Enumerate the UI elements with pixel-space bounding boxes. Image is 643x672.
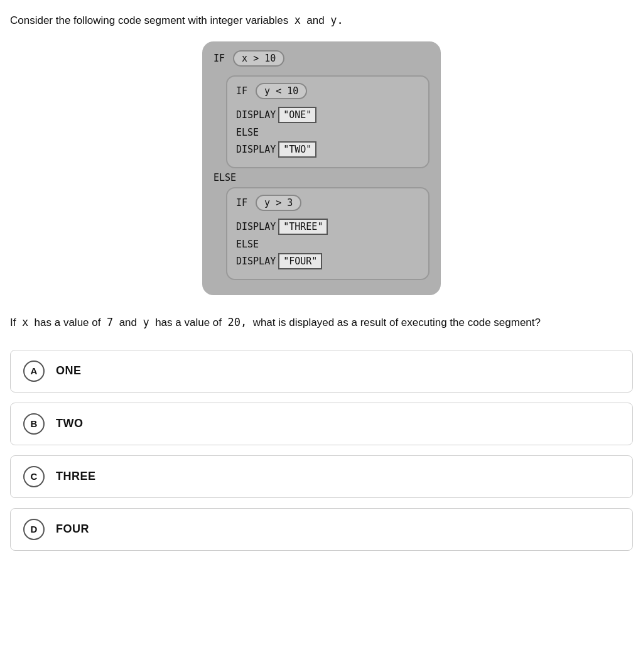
display2-keyword: DISPLAY <box>236 144 276 155</box>
q-val-y: 20, <box>227 316 247 328</box>
question-text: If x has a value of 7 and y has a value … <box>10 314 633 331</box>
display3-keyword: DISPLAY <box>236 221 276 232</box>
inner-block-2: IF y > 3 DISPLAY "THREE" ELSE DISPLAY "F… <box>226 187 430 280</box>
inner-condition-1: y < 10 <box>256 83 307 99</box>
q-var-x: x <box>22 316 28 328</box>
display4-keyword: DISPLAY <box>236 256 276 267</box>
option-circle-b: B <box>23 413 45 435</box>
display-two-row: DISPLAY "TWO" <box>236 141 419 158</box>
intro-var-y: y. <box>330 14 343 26</box>
option-circle-a: A <box>23 360 45 382</box>
outer-if-line: IF x > 10 <box>213 50 430 70</box>
inner-if2-line: IF y > 3 <box>236 195 419 215</box>
display-four-row: DISPLAY "FOUR" <box>236 253 419 269</box>
intro-var-x: x <box>294 14 301 26</box>
outer-block: IF x > 10 IF y < 10 DISPLAY "ONE" ELSE D… <box>202 41 441 295</box>
code-diagram: IF x > 10 IF y < 10 DISPLAY "ONE" ELSE D… <box>10 41 633 295</box>
display-one-row: DISPLAY "ONE" <box>236 107 419 123</box>
else2-label: ELSE <box>236 239 419 250</box>
option-row-b[interactable]: BTWO <box>10 403 633 445</box>
options-container: AONEBTWOCTHREEDFOUR <box>10 350 633 551</box>
display-three-row: DISPLAY "THREE" <box>236 219 419 235</box>
option-circle-d: D <box>23 519 45 540</box>
outer-condition: x > 10 <box>233 50 284 67</box>
display1-value: "ONE" <box>278 107 316 123</box>
q-has-value-1: has a value of <box>35 317 101 328</box>
option-label-b: TWO <box>56 417 84 430</box>
display2-value: "TWO" <box>278 141 316 158</box>
option-row-c[interactable]: CTHREE <box>10 455 633 498</box>
intro-prefix: Consider the following code segment with… <box>10 14 288 26</box>
intro-text: Consider the following code segment with… <box>10 13 633 29</box>
inner-if2-keyword: IF <box>236 197 247 209</box>
option-label-a: ONE <box>56 364 82 377</box>
option-row-a[interactable]: AONE <box>10 350 633 393</box>
q-var-y: y <box>143 316 149 328</box>
option-circle-c: C <box>23 466 45 487</box>
display1-keyword: DISPLAY <box>236 109 276 121</box>
option-row-d[interactable]: DFOUR <box>10 508 633 551</box>
outer-if-keyword: IF <box>213 53 225 64</box>
inner-condition-2: y > 3 <box>256 195 301 211</box>
inner-if1-line: IF y < 10 <box>236 83 419 103</box>
inner-if1-keyword: IF <box>236 85 247 97</box>
option-label-c: THREE <box>56 470 96 483</box>
intro-and: and <box>306 14 324 26</box>
q-suffix: what is displayed as a result of executi… <box>253 317 541 328</box>
option-label-d: FOUR <box>56 523 89 536</box>
q-prefix: If <box>10 317 16 328</box>
else1-label: ELSE <box>236 127 419 138</box>
q-and: and <box>119 317 137 328</box>
display4-value: "FOUR" <box>278 253 322 269</box>
q-has-value-2: has a value of <box>155 317 222 328</box>
q-val-x: 7 <box>107 316 113 328</box>
display3-value: "THREE" <box>278 219 328 235</box>
inner-block-1: IF y < 10 DISPLAY "ONE" ELSE DISPLAY "TW… <box>226 75 430 168</box>
else-outer-label: ELSE <box>213 172 430 183</box>
